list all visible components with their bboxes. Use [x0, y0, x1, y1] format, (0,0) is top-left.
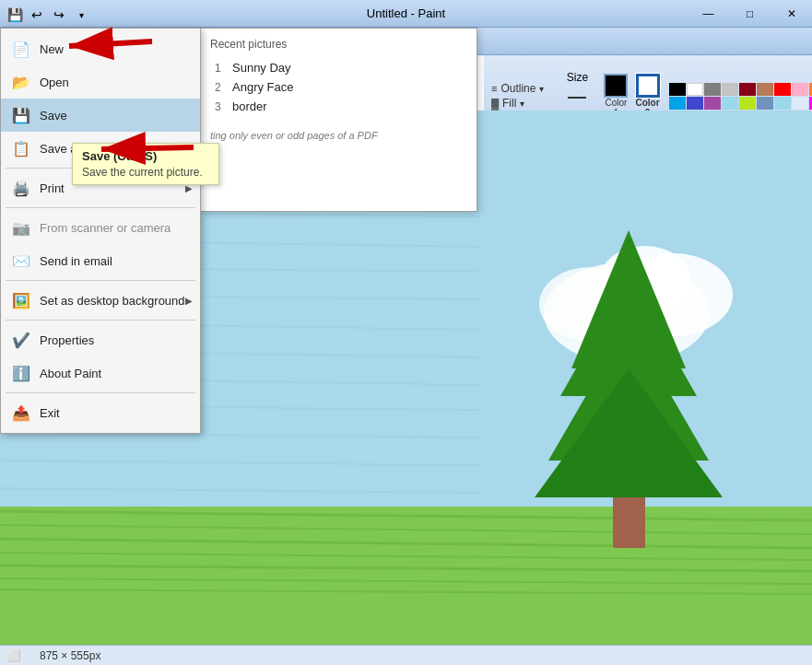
save-icon: 💾 [10, 104, 32, 126]
menu-email[interactable]: ✉️ Send in email [1, 244, 200, 277]
recent-item-2[interactable]: 2 Angry Face [210, 77, 467, 97]
recent-name-3: border [232, 99, 267, 113]
menu-open-label: Open [40, 76, 69, 89]
fill-option[interactable]: ▓ Fill ▾ [491, 97, 544, 110]
separator-3 [6, 280, 195, 281]
status-bar: ⬜ 875 × 555px [0, 645, 812, 665]
undo-button[interactable]: ↩ [27, 5, 47, 25]
redo-button[interactable]: ↪ [49, 5, 69, 25]
menu-desktop[interactable]: 🖼️ Set as desktop background ▶ [1, 284, 200, 317]
menu-about[interactable]: ℹ️ About Paint [1, 356, 200, 390]
recent-name-1: Sunny Day [232, 61, 291, 75]
window-title: Untitled - Paint [367, 6, 445, 20]
swatch-white[interactable] [687, 83, 703, 96]
recent-item-3[interactable]: 3 border [210, 97, 467, 116]
save-tooltip: Save (Ctrl+S) Save the current picture. [72, 143, 219, 185]
recent-panel: Recent pictures 1 Sunny Day 2 Angry Face… [201, 28, 477, 212]
file-menu: 📄 New 📂 Open 💾 Save 📋 Save as ▶ 🖨️ Print… [0, 28, 201, 434]
separator-5 [6, 392, 195, 393]
size-selector[interactable] [563, 84, 591, 111]
menu-scanner-label: From scanner or camera [40, 221, 171, 235]
open-icon: 📂 [10, 71, 32, 93]
window-controls: — □ ✕ [688, 0, 812, 28]
recent-num-1: 1 [215, 62, 228, 75]
toolbar-dropdown[interactable]: ▾ [71, 5, 91, 25]
swatch-paleblue[interactable] [792, 97, 808, 110]
outline-fill-section: ≡ Outline ▾ ▓ Fill ▾ [491, 82, 544, 110]
close-button[interactable]: ✕ [771, 0, 812, 28]
scanner-icon: 📷 [10, 216, 32, 239]
menu-save-label: Save [40, 109, 67, 122]
swatch-ltblue[interactable] [722, 97, 738, 110]
swatch-brown[interactable] [757, 83, 773, 96]
swatch-pink[interactable] [792, 83, 808, 96]
swatch-gray[interactable] [704, 83, 721, 96]
title-bar: 💾 ↩ ↪ ▾ Untitled - Paint — □ ✕ [0, 0, 812, 28]
maximize-button[interactable]: □ [729, 0, 771, 28]
desktop-icon: 🖼️ [10, 289, 32, 311]
recent-note: ting only even or odd pages of a PDF [210, 130, 467, 141]
swatch-purple[interactable] [704, 97, 721, 110]
outline-option[interactable]: ≡ Outline ▾ [491, 82, 544, 95]
menu-save[interactable]: 💾 Save [1, 99, 200, 132]
menu-desktop-label: Set as desktop background [40, 294, 185, 308]
swatch-orange[interactable] [809, 83, 812, 96]
separator-4 [6, 320, 195, 321]
recent-num-3: 3 [215, 100, 228, 113]
swatch-slateblue[interactable] [757, 97, 773, 110]
recent-num-2: 2 [215, 81, 228, 94]
menu-open[interactable]: 📂 Open [1, 65, 200, 99]
print-icon: 🖨️ [10, 177, 32, 199]
swatch-darkred[interactable] [739, 83, 756, 96]
quick-access-toolbar: 💾 ↩ ↪ ▾ [5, 5, 91, 25]
menu-properties-label: Properties [40, 333, 94, 347]
menu-exit-label: Exit [40, 406, 60, 420]
menu-print-label: Print [40, 181, 65, 195]
color-swatches [669, 83, 812, 110]
minimize-button[interactable]: — [688, 0, 729, 28]
size-label: Size [567, 71, 588, 84]
swatch-black[interactable] [669, 83, 686, 96]
recent-title: Recent pictures [210, 38, 467, 51]
swatch-ltgreen[interactable] [739, 97, 756, 110]
properties-icon: ✔️ [10, 329, 32, 351]
swatch-magenta[interactable] [809, 97, 812, 110]
desktop-arrow: ▶ [185, 296, 193, 306]
swatch-ltgray[interactable] [722, 83, 738, 96]
new-icon: 📄 [10, 38, 32, 60]
swatch-blue[interactable] [669, 97, 686, 110]
menu-new-label: New [40, 42, 64, 56]
recent-item-1[interactable]: 1 Sunny Day [210, 58, 467, 77]
save-quick-button[interactable]: 💾 [5, 5, 25, 25]
menu-email-label: Send in email [40, 254, 112, 268]
swatch-skyblue[interactable] [774, 97, 791, 110]
menu-scanner[interactable]: 📷 From scanner or camera [1, 211, 200, 244]
menu-new[interactable]: 📄 New [1, 32, 200, 65]
tooltip-description: Save the current picture. [82, 166, 209, 179]
swatch-darkblue[interactable] [687, 97, 703, 110]
menu-properties[interactable]: ✔️ Properties [1, 323, 200, 356]
recent-name-2: Angry Face [232, 80, 293, 94]
exit-icon: 📤 [10, 402, 32, 424]
tooltip-title: Save (Ctrl+S) [82, 149, 209, 163]
color1-swatch[interactable] [604, 74, 628, 98]
save-as-icon: 📋 [10, 137, 32, 159]
separator-2 [6, 207, 195, 208]
color2-swatch[interactable] [636, 74, 660, 98]
about-icon: ℹ️ [10, 362, 32, 384]
email-icon: ✉️ [10, 250, 32, 272]
menu-exit[interactable]: 📤 Exit [1, 396, 200, 429]
cursor-icon: ⬜ [7, 649, 21, 662]
swatch-red[interactable] [774, 83, 791, 96]
dimensions-label: 875 × 555px [40, 649, 100, 662]
menu-about-label: About Paint [40, 367, 101, 380]
